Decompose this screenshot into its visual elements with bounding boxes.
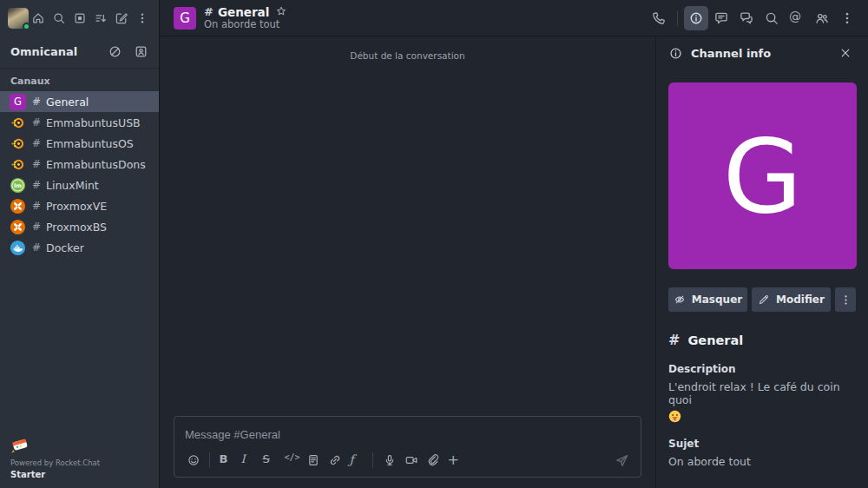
directory-icon[interactable] bbox=[70, 9, 89, 28]
strikethrough-icon[interactable]: S bbox=[259, 451, 280, 470]
divider bbox=[0, 68, 159, 69]
channel-avatar bbox=[10, 156, 26, 173]
composer-toolbar: BIS</>ƒ+ bbox=[174, 449, 641, 477]
channel-name-row: # General bbox=[668, 332, 856, 348]
face-with-tongue-emoji bbox=[668, 410, 681, 423]
close-icon[interactable] bbox=[835, 43, 856, 63]
video-message-icon[interactable] bbox=[400, 451, 422, 470]
powered-by-label: Powered by Rocket.Chat bbox=[10, 458, 148, 467]
channel-info-panel: Channel info G Masquer Modifier bbox=[655, 36, 868, 488]
channel-name: EmmabuntusDons bbox=[46, 158, 146, 171]
header-actions: @ bbox=[647, 6, 859, 30]
contact-center-icon[interactable] bbox=[131, 42, 150, 61]
new-message-icon[interactable] bbox=[112, 9, 131, 28]
sidebar: Omnicanal Canaux G # General # Emmabuntu… bbox=[0, 0, 160, 488]
channel-item-ProxmoxBS[interactable]: # ProxmoxBS bbox=[0, 216, 159, 237]
panel-actions: Masquer Modifier bbox=[668, 287, 856, 312]
channel-avatar bbox=[10, 115, 26, 131]
channel-avatar bbox=[10, 219, 26, 235]
kebab-menu-icon[interactable] bbox=[133, 9, 152, 28]
panel-body: G Masquer Modifier bbox=[656, 69, 868, 468]
sort-icon[interactable] bbox=[91, 9, 110, 28]
sidebar-topbar bbox=[0, 0, 159, 36]
channel-avatar: G bbox=[10, 94, 26, 110]
composer-container: BIS</>ƒ+ bbox=[160, 416, 655, 488]
multiline-icon[interactable] bbox=[302, 451, 324, 470]
mentions-icon[interactable]: @ bbox=[785, 6, 809, 30]
channel-avatar bbox=[10, 240, 26, 256]
channel-name: ProxmoxBS bbox=[46, 221, 107, 234]
rocket-chat-logo-icon bbox=[10, 435, 30, 454]
pencil-icon bbox=[758, 293, 770, 306]
edit-button[interactable]: Modifier bbox=[752, 287, 831, 312]
plan-label[interactable]: Starter bbox=[10, 470, 148, 479]
channel-item-Docker[interactable]: # Docker bbox=[0, 237, 159, 258]
online-status-dot bbox=[23, 23, 30, 30]
kebab-menu-icon[interactable] bbox=[835, 6, 859, 30]
call-icon[interactable] bbox=[647, 6, 671, 30]
hash-icon: # bbox=[32, 200, 40, 212]
channel-titles: # General On aborde tout bbox=[204, 5, 288, 31]
hash-icon: # bbox=[32, 158, 40, 170]
channel-title[interactable]: General bbox=[218, 5, 269, 19]
channel-avatar bbox=[10, 198, 26, 214]
audio-message-icon[interactable] bbox=[378, 451, 400, 470]
search-icon[interactable] bbox=[49, 9, 69, 28]
rocket-chat-app: Omnicanal Canaux G # General # Emmabuntu… bbox=[0, 0, 868, 488]
eye-off-icon bbox=[674, 293, 686, 306]
channel-item-LinuxMint[interactable]: lm # LinuxMint bbox=[0, 175, 159, 195]
italic-icon[interactable]: I bbox=[237, 451, 259, 470]
channel-name: EmmabuntusUSB bbox=[46, 116, 141, 129]
threads-icon[interactable] bbox=[709, 6, 733, 30]
main-column: G # General On aborde tout @ Début de la… bbox=[160, 0, 868, 488]
members-icon[interactable] bbox=[810, 6, 834, 30]
channel-item-EmmabuntusDons[interactable]: # EmmabuntusDons bbox=[0, 154, 159, 175]
panel-header: Channel info bbox=[656, 36, 868, 69]
channel-item-EmmabuntusOS[interactable]: # EmmabuntusOS bbox=[0, 133, 159, 154]
channel-name: General bbox=[687, 333, 743, 347]
hash-icon: # bbox=[204, 5, 214, 19]
channel-item-General[interactable]: G # General bbox=[0, 91, 159, 112]
channel-name: General bbox=[46, 96, 89, 109]
home-icon[interactable] bbox=[29, 9, 48, 28]
message-input[interactable] bbox=[174, 417, 641, 449]
divider bbox=[677, 10, 678, 26]
hash-icon: # bbox=[32, 116, 40, 129]
channels-section-label: Canaux bbox=[0, 72, 159, 91]
description-label: Description bbox=[668, 363, 856, 375]
hide-button[interactable]: Masquer bbox=[668, 287, 747, 312]
hash-icon: # bbox=[668, 332, 680, 348]
hash-icon: # bbox=[32, 179, 40, 191]
search-messages-icon[interactable] bbox=[760, 6, 784, 30]
inline-code-icon[interactable]: </> bbox=[280, 451, 302, 470]
channel-name: ProxmoxVE bbox=[46, 200, 107, 213]
emoji-icon[interactable] bbox=[182, 451, 204, 470]
channel-info-icon[interactable] bbox=[684, 6, 708, 30]
channel-item-ProxmoxVE[interactable]: # ProxmoxVE bbox=[0, 195, 159, 216]
kebab-menu-icon[interactable] bbox=[835, 287, 856, 312]
katex-icon[interactable]: ƒ bbox=[345, 451, 367, 470]
message-composer: BIS</>ƒ+ bbox=[174, 416, 641, 478]
hash-icon: # bbox=[32, 221, 40, 233]
channel-item-EmmabuntusUSB[interactable]: # EmmabuntusUSB bbox=[0, 112, 159, 133]
bold-icon[interactable]: B bbox=[215, 451, 237, 470]
panel-title: Channel info bbox=[691, 47, 771, 60]
channel-name: LinuxMint bbox=[46, 179, 99, 192]
link-icon[interactable] bbox=[324, 451, 345, 470]
sidebar-footer: Powered by Rocket.Chat Starter bbox=[0, 428, 159, 488]
attach-file-icon[interactable] bbox=[422, 451, 444, 470]
discussions-icon[interactable] bbox=[734, 6, 759, 30]
omnichannel-icons bbox=[105, 42, 150, 61]
subject-field: Sujet On aborde tout bbox=[668, 438, 856, 468]
channel-avatar bbox=[10, 135, 26, 152]
omnichannel-row: Omnicanal bbox=[0, 36, 159, 66]
channel-avatar: lm bbox=[10, 177, 26, 194]
user-avatar[interactable] bbox=[8, 8, 29, 29]
hash-icon: # bbox=[32, 96, 40, 108]
favorite-star-icon[interactable] bbox=[275, 5, 288, 18]
omnichannel-toggle-icon[interactable] bbox=[105, 42, 124, 61]
subject-label: Sujet bbox=[668, 438, 856, 450]
channel-name: EmmabuntusOS bbox=[46, 137, 134, 150]
send-icon[interactable] bbox=[610, 451, 633, 470]
plus-icon[interactable]: + bbox=[444, 451, 465, 470]
